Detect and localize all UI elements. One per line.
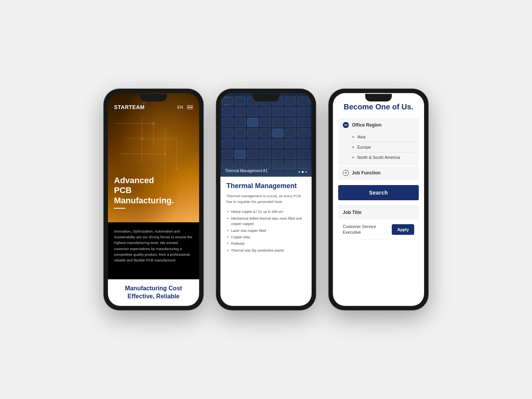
thermal-desc: Thermal management is crucial, as every … — [226, 193, 306, 204]
carousel-dots — [298, 171, 307, 173]
job-function-header[interactable]: + Job Function — [338, 166, 419, 180]
svg-rect-11 — [131, 127, 146, 139]
feature-list: Heavy copper IL/ OL up to 455 um Mechani… — [226, 209, 306, 253]
menu-line-3 — [187, 109, 193, 109]
job-title-label: Job Title — [343, 210, 361, 215]
dot-2[interactable] — [302, 171, 304, 173]
apply-button[interactable]: Apply — [392, 224, 414, 235]
region-north-south-america[interactable]: + North & South America — [352, 152, 414, 162]
list-item: Thermal vias (by conductive paste) — [226, 248, 306, 253]
logo-wrap: STARTEAM — [114, 104, 145, 111]
job-title-text: Customer Service Executive — [343, 224, 392, 236]
job-function-label: Job Function — [352, 170, 380, 176]
asia-label: Asia — [357, 135, 365, 139]
plus-icon-europe: + — [352, 145, 354, 149]
list-item: Heavy copper IL/ OL up to 455 um — [226, 209, 306, 214]
hero-headline: Advanced PCB Manufacturing. — [114, 176, 193, 211]
logo-arc — [142, 103, 146, 104]
menu-icon[interactable] — [187, 105, 193, 109]
thermal-title: Thermal Management — [226, 182, 306, 190]
body-paragraph: Innovation, Optimization, Automation and… — [114, 228, 193, 263]
svg-point-7 — [152, 122, 155, 125]
phone-2-content: Thermal Management Thermal management is… — [220, 177, 312, 306]
svg-point-9 — [163, 152, 166, 155]
circuit-board-svg — [220, 93, 312, 177]
nav-right: EN — [177, 105, 193, 109]
region-europe[interactable]: + Europe — [352, 142, 414, 152]
dot-1[interactable] — [298, 171, 300, 173]
dot-3[interactable] — [305, 171, 307, 173]
job-title-header: Job Title — [338, 205, 419, 219]
starteam-logo: STARTEAM — [114, 104, 145, 111]
list-item: Laser vias copper filled — [226, 228, 306, 233]
office-region-label: Office Region — [352, 122, 382, 128]
office-region-section: Office Region + Asia + Europe + North & … — [338, 118, 419, 165]
region-asia[interactable]: + Asia — [352, 132, 414, 142]
collapse-icon — [343, 122, 349, 128]
list-item: Copper inlay — [226, 234, 306, 240]
svg-rect-93 — [220, 93, 312, 177]
job-function-section: + Job Function — [338, 166, 419, 180]
phone-3-screen: Become One of Us. Office Region + Asia +… — [333, 93, 424, 306]
plus-icon-asia: + — [352, 135, 354, 139]
phone-2: Thermal Management A1 Thermal Management… — [217, 89, 315, 310]
phone-1: STARTEAM EN Adv — [104, 89, 203, 310]
search-button[interactable]: Search — [338, 185, 419, 200]
phone-1-screen: STARTEAM EN Adv — [108, 93, 199, 306]
phone-2-screen: Thermal Management A1 Thermal Management… — [220, 93, 312, 306]
menu-line-1 — [187, 105, 193, 106]
region-items: + Asia + Europe + North & South America — [338, 132, 419, 165]
svg-rect-12 — [161, 142, 174, 152]
job-listing-row: Customer Service Executive Apply — [338, 220, 419, 240]
expand-icon: + — [343, 170, 349, 176]
phone-1-navbar: STARTEAM EN — [108, 104, 199, 111]
hero-title: Advanced PCB Manufacturing. — [114, 176, 193, 206]
page-title: Become One of Us. — [338, 102, 419, 111]
list-item: Mechanical drilled thermal vias, resin f… — [226, 216, 306, 227]
phone-1-footer: Manufacturing Cost Effective, Reliable — [108, 279, 199, 306]
phone-2-hero: Thermal Management A1 — [220, 93, 312, 177]
hero-divider — [114, 208, 125, 209]
plus-icon-americas: + — [352, 155, 354, 160]
list-item: Pedestal — [226, 241, 306, 246]
logo-text: STARTEAM — [114, 104, 145, 110]
svg-rect-13 — [135, 158, 152, 165]
menu-line-2 — [187, 107, 193, 108]
phone-3: Become One of Us. Office Region + Asia +… — [329, 89, 428, 310]
americas-label: North & South America — [357, 155, 400, 160]
phone-1-body: Innovation, Optimization, Automation and… — [108, 222, 199, 279]
phone-1-hero: STARTEAM EN Adv — [108, 93, 199, 222]
europe-label: Europe — [357, 145, 370, 149]
language-button[interactable]: EN — [177, 105, 183, 109]
svg-point-10 — [175, 168, 177, 170]
hero-label: Thermal Management A1 — [225, 169, 268, 173]
scene: STARTEAM EN Adv — [89, 66, 443, 332]
office-region-header[interactable]: Office Region — [338, 118, 419, 132]
footer-text: Manufacturing Cost Effective, Reliable — [114, 285, 193, 301]
